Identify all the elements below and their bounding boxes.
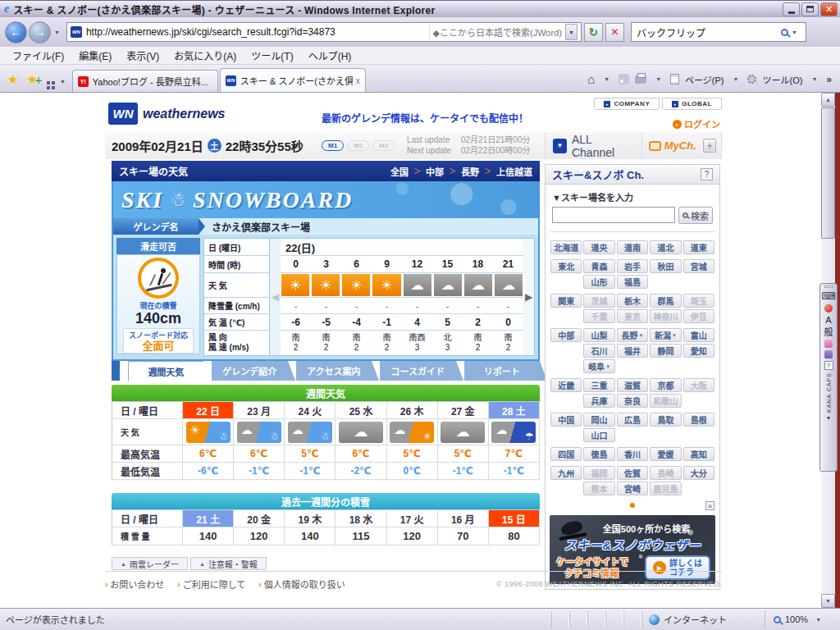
region-button[interactable]: 道東: [683, 240, 714, 254]
breadcrumb-item[interactable]: 長野: [461, 165, 479, 178]
region-button[interactable]: 岐阜▼: [583, 359, 614, 373]
all-channel-button[interactable]: ▼ ALL Channel: [546, 132, 641, 159]
region-button[interactable]: 栃木: [617, 294, 648, 308]
home-icon[interactable]: ⌂: [587, 72, 595, 86]
content-tab[interactable]: コースガイド: [380, 361, 455, 381]
ime-pen-icon[interactable]: [824, 304, 833, 313]
history-dropdown-icon[interactable]: ▼: [51, 30, 63, 35]
caps-indicator[interactable]: CAPS: [826, 372, 832, 391]
region-button[interactable]: 九州: [550, 466, 582, 480]
region-button[interactable]: 徳島: [583, 447, 614, 461]
mode-badge-m1[interactable]: M1: [322, 140, 344, 151]
region-button[interactable]: 奈良: [617, 394, 648, 408]
region-button[interactable]: 大分: [683, 466, 714, 480]
region-button[interactable]: 島根: [683, 413, 714, 427]
url-text[interactable]: http://weathernews.jp/ski/cgi/search_res…: [86, 26, 429, 38]
region-button[interactable]: 広島: [617, 413, 648, 427]
browser-tab-inactive[interactable]: Y! Yahoo!ブログ - 長野県立科...: [72, 70, 218, 92]
scrollbar-thumb[interactable]: [821, 107, 835, 239]
region-button[interactable]: 石川: [583, 344, 614, 358]
add-favorite-icon[interactable]: ★＋: [22, 72, 41, 92]
region-button[interactable]: 群馬: [650, 294, 681, 308]
region-button[interactable]: 中部: [550, 328, 582, 342]
ime-conversion-mode[interactable]: 般: [824, 327, 833, 337]
region-button[interactable]: 関東: [550, 294, 582, 308]
my-channel-button[interactable]: MyCh.: [641, 132, 703, 159]
add-channel-button[interactable]: +: [703, 139, 716, 153]
content-tab[interactable]: リポート: [464, 361, 540, 381]
ime-tools-icon[interactable]: [824, 350, 833, 358]
ime-grip-handle[interactable]: [824, 285, 833, 288]
region-button[interactable]: 東北: [550, 259, 582, 273]
kana-indicator[interactable]: KANA: [826, 394, 832, 413]
menu-item[interactable]: ツール(T): [244, 47, 300, 64]
search-box[interactable]: バックフリップ ▼: [631, 22, 806, 42]
region-button[interactable]: 山形: [583, 275, 614, 289]
url-field[interactable]: WN http://weathernews.jp/ski/cgi/search_…: [66, 22, 582, 42]
tab-close-icon[interactable]: x: [353, 76, 360, 85]
region-button[interactable]: 道央: [583, 240, 614, 254]
region-button[interactable]: 高知: [683, 447, 714, 461]
region-button[interactable]: 鳥取: [650, 413, 681, 427]
zoom-dropdown-icon[interactable]: ▼: [812, 617, 824, 623]
region-button[interactable]: 兵庫: [583, 394, 614, 408]
back-button[interactable]: ←: [5, 21, 27, 43]
ime-pad-icon[interactable]: [824, 340, 833, 348]
content-tab-active[interactable]: 週間天気: [128, 361, 204, 381]
home-dropdown-icon[interactable]: ▼: [600, 76, 613, 82]
menu-item[interactable]: ヘルプ(H): [301, 47, 359, 64]
tools-menu[interactable]: ツール(O): [762, 73, 802, 86]
favorites-star-icon[interactable]: ★: [3, 72, 22, 92]
region-button[interactable]: 北海道: [550, 240, 582, 254]
forward-button[interactable]: →: [29, 21, 51, 43]
region-button[interactable]: 道南: [617, 240, 648, 254]
region-button[interactable]: 中国: [550, 413, 582, 427]
mode-badge-m2[interactable]: M2: [347, 140, 369, 151]
tab-label[interactable]: スキー & スノボー(さかえ倶...: [240, 74, 353, 87]
tab-label[interactable]: Yahoo!ブログ - 長野県立科...: [93, 75, 212, 88]
global-button[interactable]: ▸ GLOBAL: [662, 98, 722, 110]
ime-help-icon[interactable]: ?: [824, 361, 833, 370]
login-link[interactable]: ▸ ログイン: [673, 117, 720, 130]
zoom-control[interactable]: 100% ▼: [765, 611, 840, 628]
region-button[interactable]: 香川: [617, 447, 648, 461]
ime-input-mode[interactable]: A: [825, 315, 831, 325]
content-tab[interactable]: ゲレンデ紹介: [212, 361, 287, 381]
footer-link[interactable]: ›お問い合わせ: [105, 578, 164, 591]
region-button[interactable]: 青森: [583, 259, 614, 273]
region-button[interactable]: 佐賀: [617, 466, 648, 480]
feeds-icon[interactable]: [619, 74, 629, 84]
tools-dropdown-icon[interactable]: ▼: [808, 76, 820, 82]
search-magnifier-icon[interactable]: [781, 29, 788, 36]
menu-item[interactable]: 表示(V): [119, 47, 167, 64]
content-tab[interactable]: アクセス案内: [296, 361, 372, 381]
region-button[interactable]: 新潟▼: [650, 328, 681, 342]
stop-button[interactable]: ✕: [605, 23, 624, 42]
region-button[interactable]: 秋田: [650, 259, 681, 273]
menu-item[interactable]: 編集(E): [71, 47, 119, 64]
ime-minimize-icon[interactable]: ▼: [826, 415, 832, 421]
toolbar-overflow-icon[interactable]: »: [826, 74, 832, 85]
print-icon[interactable]: [635, 75, 646, 84]
minimize-button[interactable]: [783, 2, 800, 16]
page-icon[interactable]: [670, 74, 679, 84]
region-button[interactable]: 滋賀: [617, 378, 648, 392]
region-button[interactable]: 長野▼: [617, 328, 648, 342]
jword-dropdown-icon[interactable]: ▼: [565, 24, 578, 40]
breadcrumb-item[interactable]: 中部: [426, 165, 444, 178]
weathernews-logo[interactable]: WN weathernews: [108, 103, 225, 125]
search-input[interactable]: バックフリップ: [637, 25, 781, 39]
region-button[interactable]: 山口: [583, 428, 614, 442]
toggle-button[interactable]: ▲注意報・警報: [190, 557, 267, 570]
keyboard-icon[interactable]: ⌨: [821, 290, 835, 302]
region-button[interactable]: 近畿: [550, 378, 582, 392]
ski-search-button[interactable]: 検索: [678, 207, 713, 224]
region-button[interactable]: 宮城: [683, 259, 714, 273]
region-button[interactable]: 福井: [617, 344, 648, 358]
help-button[interactable]: ?: [701, 168, 713, 180]
page-menu[interactable]: ページ(P): [685, 73, 724, 86]
region-button[interactable]: 宮崎: [617, 482, 648, 495]
region-button[interactable]: 富山: [683, 328, 714, 342]
menu-item[interactable]: ファイル(F): [5, 47, 71, 64]
region-button[interactable]: 岡山: [583, 413, 614, 427]
